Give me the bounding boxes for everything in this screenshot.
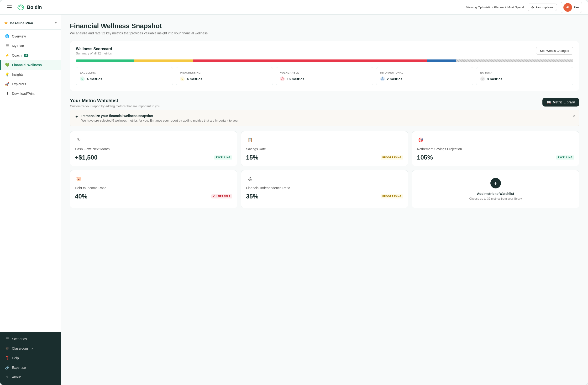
metric-card-retirement[interactable]: 🎯 Retirement Savings Projection 105% EXC… [412,131,579,166]
sidebar-item-about[interactable]: ℹ About [0,372,61,382]
library-icon: 📖 [547,100,551,104]
plan-name: Baseline Plan [10,21,52,25]
sidebar-item-myplan[interactable]: ☰ My Plan [0,41,61,51]
scorecard-card: Wellness Scorecard Summary of all 32 met… [70,41,579,91]
user-menu-button[interactable]: Al Alex [561,2,582,13]
globe-icon: 🌐 [5,34,10,39]
debt-name: Debt to Income Ratio [75,186,232,190]
nodata-segment [456,60,573,62]
excelling-icon: ☺ [80,76,85,81]
external-link-icon: ↗ [31,347,33,350]
sidebar-item-insights[interactable]: 💡 Insights [0,70,61,79]
explorers-icon: 🚀 [5,82,10,87]
add-metric-card[interactable]: + Add metric to Watchlist Choose up to 3… [412,170,579,208]
scorecard-summary: Summary of all 32 metrics [76,52,112,55]
banner-close-button[interactable]: × [572,114,575,119]
sidebar-item-download[interactable]: ⬇ Download/Print [0,89,61,98]
scenarios-icon: ☰ [5,337,10,341]
sidebar-item-explorers[interactable]: 🚀 Explorers [0,79,61,89]
cashflow-name: Cash Flow: Next Month [75,147,232,151]
fi-name: Financial Independence Ratio [246,186,403,190]
metrics-summary-grid: EXCELLING ☺ 4 metrics PROGRESSING ☺ 4 me… [76,67,573,85]
debt-status: VULNERABLE [211,194,232,199]
fi-value: 35% [246,193,258,200]
wellness-progress-bar [76,60,573,62]
savings-icon: 📋 [246,136,254,144]
metric-card-debt[interactable]: 🐷 Debt to Income Ratio 40% VULNERABLE [70,170,237,208]
metric-excelling[interactable]: EXCELLING ☺ 4 metrics [76,67,173,85]
sidebar-item-coach[interactable]: ⚡ Coach 6 [0,51,61,60]
page-title: Financial Wellness Snapshot [70,22,579,30]
metric-card-fi[interactable]: 🏖 Financial Independence Ratio 35% PROGR… [241,170,408,208]
add-metric-plus-button[interactable]: + [490,178,501,188]
nodata-icon: ⊘ [480,76,485,81]
savings-name: Savings Rate [246,147,403,151]
sidebar-item-classroom[interactable]: 🎓 Classroom ↗ [0,344,61,353]
metric-card-cashflow[interactable]: ↻ Cash Flow: Next Month +$1,500 EXCELLIN… [70,131,237,166]
watchlist-title: Your Metric Watchlist [70,98,161,103]
progressing-icon: ☺ [180,76,185,81]
page-header: Financial Wellness Snapshot We analyze a… [70,22,579,35]
sidebar-item-overview[interactable]: 🌐 Overview [0,31,61,41]
retirement-icon: 🎯 [417,136,424,144]
retirement-value: 105% [417,154,433,161]
plan-dropdown-icon: ▼ [54,21,57,24]
cashflow-value: +$1,500 [75,154,98,161]
banner-title: Personalize your financial wellness snap… [81,114,238,118]
metric-card-savings[interactable]: 📋 Savings Rate 15% PROGRESSING [241,131,408,166]
nav-right: Viewing Optimistic / Planner+ Must Spend… [466,2,582,13]
sparkle-icon: ✦ [75,114,79,119]
savings-value: 15% [246,154,258,161]
sidebar: ★ Baseline Plan ▼ 🌐 Overview ☰ My Plan ⚡… [0,15,61,385]
sidebar-item-help[interactable]: ❓ Help [0,353,61,363]
add-metric-title: Add metric to Watchlist [477,192,514,196]
informational-segment [427,60,456,62]
viewing-text: Viewing Optimistic / Planner+ Must Spend [466,5,524,9]
coach-icon: ⚡ [5,53,10,58]
plan-icon: ☰ [5,44,10,48]
info-icon: ⓘ [380,76,385,81]
personalize-banner: ✦ Personalize your financial wellness sn… [70,110,579,126]
cashflow-icon: ↻ [75,136,83,144]
debt-icon: 🐷 [75,175,83,183]
metric-vulnerable[interactable]: VULNERABLE ☹ 16 metrics [276,67,373,85]
top-nav: Boldin Viewing Optimistic / Planner+ Mus… [0,0,588,15]
watchlist-cards-grid: ↻ Cash Flow: Next Month +$1,500 EXCELLIN… [70,131,579,208]
metric-nodata[interactable]: NO DATA ⊘ 8 metrics [476,67,573,85]
sidebar-item-scenarios[interactable]: ☰ Scenarios [0,334,61,344]
main-content: Financial Wellness Snapshot We analyze a… [61,15,588,385]
about-icon: ℹ [5,375,10,380]
help-icon: ❓ [5,356,10,361]
watchlist-section: Your Metric Watchlist Customize your rep… [70,98,579,208]
banner-desc: We have pre-selected 5 wellness metrics … [81,119,238,122]
expertise-icon: 🔗 [5,365,10,370]
watchlist-subtitle: Customize your report by adding metrics … [70,104,161,108]
metric-informational[interactable]: INFORMATIONAL ⓘ 2 metrics [376,67,473,85]
plan-selector[interactable]: ★ Baseline Plan ▼ [0,18,61,30]
coach-badge: 6 [24,54,28,57]
insights-icon: 💡 [5,72,10,77]
metric-progressing[interactable]: PROGRESSING ☺ 4 metrics [176,67,273,85]
retirement-name: Retirement Savings Projection [417,147,574,151]
wellness-icon: 💚 [5,63,10,67]
retirement-status: EXCELLING [556,156,574,159]
savings-status: PROGRESSING [381,156,403,159]
user-avatar: Al [564,3,572,12]
plan-star-icon: ★ [4,20,8,25]
metric-library-button[interactable]: 📖 Metric Library [543,98,579,107]
download-icon: ⬇ [5,91,10,96]
add-metric-subtitle: Choose up to 32 metrics from your librar… [469,197,522,200]
excelling-segment [76,60,134,62]
app-name: Boldin [27,4,42,10]
logo: Boldin [17,3,42,12]
assumptions-button[interactable]: ⚙ Assumptions [528,3,557,11]
progressing-segment [134,60,193,62]
scorecard-title: Wellness Scorecard [76,47,112,51]
fi-icon: 🏖 [246,175,254,183]
vulnerable-icon: ☹ [280,76,285,81]
assumptions-icon: ⚙ [531,5,534,9]
sidebar-item-financial-wellness[interactable]: 💚 Financial Wellness [0,60,61,70]
hamburger-button[interactable] [6,4,13,10]
sidebar-item-expertise[interactable]: 🔗 Expertise [0,363,61,372]
see-changed-button[interactable]: See What's Changed [536,47,573,55]
